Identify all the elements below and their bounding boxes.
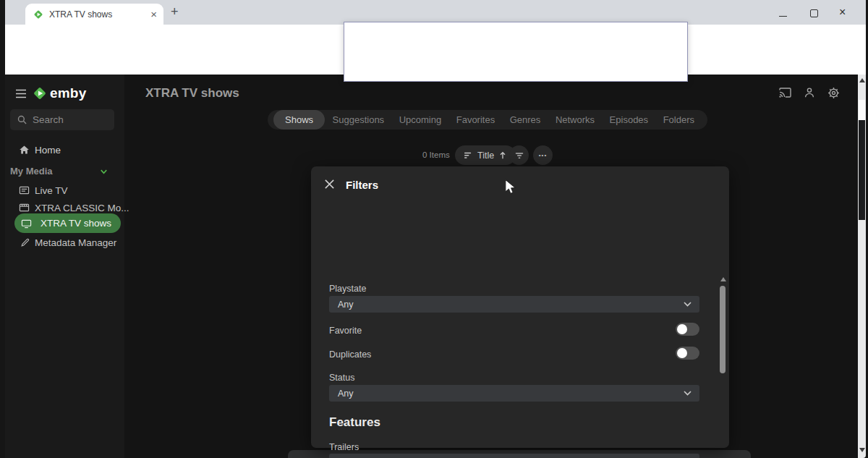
search-icon — [17, 115, 27, 124]
favorite-label: Favorite — [329, 326, 362, 336]
home-icon — [19, 145, 30, 155]
new-tab-button[interactable]: + — [171, 4, 179, 20]
tab-close-icon[interactable]: × — [150, 9, 157, 20]
dialog-scrollbar-thumb[interactable] — [720, 286, 726, 373]
sort-button[interactable]: Title — [455, 145, 516, 165]
browser-tab-strip: XTRA TV shows × + × — [0, 0, 868, 25]
tv-monitor-icon — [21, 219, 32, 229]
more-button[interactable]: ••• — [533, 145, 553, 165]
dialog-title: Filters — [346, 179, 378, 191]
sort-lines-icon — [464, 150, 473, 160]
emby-wordmark: emby — [50, 85, 86, 101]
browser-tab[interactable]: XTRA TV shows × — [25, 4, 163, 25]
window-left-edge — [0, 0, 5, 458]
tab-upcoming[interactable]: Upcoming — [392, 114, 449, 125]
scrollbar-thumb[interactable] — [859, 120, 865, 220]
sidebar-item-xtra-tv-shows-selected[interactable]: XTRA TV shows — [14, 213, 121, 233]
page-title: XTRA TV shows — [145, 86, 239, 101]
arrow-up-icon — [498, 150, 507, 160]
sidebar-section-my-media[interactable]: My Media — [10, 166, 53, 177]
live-tv-icon — [19, 185, 30, 195]
duplicates-label: Duplicates — [329, 349, 371, 360]
mouse-cursor — [504, 179, 516, 196]
tab-episodes[interactable]: Episodes — [603, 114, 655, 125]
tab-shows[interactable]: Shows — [273, 110, 325, 130]
cast-icon[interactable] — [778, 87, 792, 98]
search-input[interactable]: Search — [10, 109, 114, 130]
sidebar: emby Search Home My Media Live TV XTRA C… — [0, 75, 124, 458]
status-select[interactable]: Any — [329, 385, 699, 402]
filters-dialog: Filters Playstate Any Favorite Duplicate… — [311, 166, 729, 448]
features-heading: Features — [329, 415, 380, 430]
library-tab-bar: Shows Suggestions Upcoming Favorites Gen… — [268, 110, 707, 130]
playstate-select[interactable]: Any — [329, 296, 699, 313]
tab-folders[interactable]: Folders — [656, 114, 702, 125]
tab-networks[interactable]: Networks — [548, 114, 602, 125]
items-count: 0 Items — [422, 150, 450, 159]
window-minimize-button[interactable] — [779, 16, 787, 17]
sidebar-hamburger-icon[interactable] — [15, 89, 27, 98]
empty-dropdown-popup — [344, 22, 688, 82]
browser-scrollbar[interactable] — [858, 75, 866, 458]
filter-funnel-icon — [514, 150, 524, 161]
user-icon[interactable] — [804, 87, 815, 98]
chevron-down-icon — [684, 391, 692, 396]
window-close-button[interactable]: × — [839, 6, 846, 19]
sidebar-item-metadata-manager[interactable]: Metadata Manager — [0, 233, 124, 252]
scrollbar-down-icon[interactable] — [859, 448, 865, 452]
trailers-label: Trailers — [329, 442, 359, 452]
duplicates-toggle[interactable] — [676, 347, 699, 360]
scrollbar-up-icon[interactable] — [859, 78, 865, 82]
filter-button[interactable] — [509, 145, 529, 165]
tab-title: XTRA TV shows — [49, 9, 150, 20]
sidebar-item-home[interactable]: Home — [0, 140, 124, 159]
emby-logo[interactable]: emby — [33, 85, 86, 101]
sidebar-item-live-tv[interactable]: Live TV — [0, 181, 124, 200]
chevron-down-icon[interactable] — [98, 167, 109, 177]
chevron-down-icon — [684, 302, 692, 307]
screen: XTRA TV shows × + × i http://localhost:8… — [0, 0, 868, 458]
more-dots-icon: ••• — [539, 152, 547, 158]
status-label: Status — [329, 373, 354, 383]
close-icon[interactable] — [324, 179, 335, 190]
emby-page: emby Search Home My Media Live TV XTRA C… — [0, 75, 868, 458]
favorite-toggle[interactable] — [676, 323, 699, 336]
search-placeholder: Search — [33, 114, 64, 125]
playstate-label: Playstate — [329, 284, 366, 294]
dialog-scroll-up-icon[interactable] — [720, 277, 726, 281]
window-maximize-button[interactable] — [810, 9, 818, 17]
pencil-icon — [20, 237, 30, 247]
settings-gear-icon[interactable] — [827, 87, 840, 99]
tab-favorites[interactable]: Favorites — [449, 114, 502, 125]
scrollbar-thumb-upper[interactable] — [859, 100, 865, 120]
tab-genres[interactable]: Genres — [503, 114, 548, 125]
trailers-select[interactable]: Any — [329, 454, 699, 458]
tab-favicon-emby-icon — [33, 9, 43, 20]
tab-suggestions[interactable]: Suggestions — [326, 114, 392, 125]
emby-diamond-icon — [33, 86, 47, 101]
movies-icon — [19, 203, 30, 213]
